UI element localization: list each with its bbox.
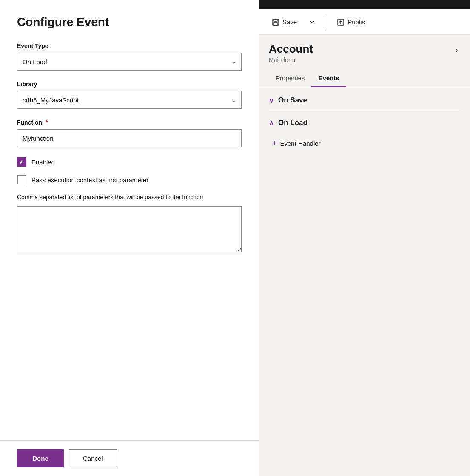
account-info: Account Main form bbox=[269, 42, 313, 63]
tabs-row: Properties Events bbox=[259, 70, 470, 87]
on-load-label: On Load bbox=[278, 119, 308, 127]
modal-footer: Done Cancel bbox=[0, 440, 259, 476]
enabled-checkbox[interactable] bbox=[17, 157, 26, 167]
publish-label: Publis bbox=[348, 18, 365, 26]
params-group: Comma separated list of parameters that … bbox=[17, 193, 242, 254]
events-content: ∨ On Save ∧ On Load + Event Handler bbox=[259, 88, 470, 154]
enabled-checkbox-row[interactable]: Enabled bbox=[17, 157, 242, 167]
account-header: Account Main form › bbox=[269, 42, 460, 63]
params-textarea[interactable] bbox=[17, 206, 242, 252]
event-type-select-wrapper: On Load On Save On Change ⌄ bbox=[17, 53, 242, 71]
tab-events[interactable]: Events bbox=[311, 70, 346, 87]
tab-properties-label: Properties bbox=[276, 74, 305, 82]
required-asterisk: * bbox=[46, 119, 48, 126]
params-description: Comma separated list of parameters that … bbox=[17, 193, 242, 202]
library-select-wrapper: crfb6_MyJavaScript ⌄ bbox=[17, 91, 242, 109]
done-button[interactable]: Done bbox=[17, 449, 64, 468]
save-button[interactable]: Save bbox=[267, 15, 301, 29]
function-label: Function * bbox=[17, 119, 242, 126]
library-group: Library crfb6_MyJavaScript ⌄ bbox=[17, 81, 242, 109]
svg-rect-1 bbox=[274, 19, 277, 21]
tab-events-label: Events bbox=[318, 74, 339, 82]
event-type-group: Event Type On Load On Save On Change ⌄ bbox=[17, 42, 242, 71]
event-type-label: Event Type bbox=[17, 42, 242, 49]
account-subtitle: Main form bbox=[269, 57, 313, 63]
function-input[interactable] bbox=[17, 129, 242, 147]
modal-panel: Configure Event Event Type On Load On Sa… bbox=[0, 0, 259, 476]
save-dropdown-button[interactable] bbox=[306, 16, 318, 28]
toolbar: Save Publis bbox=[259, 9, 470, 35]
account-section: Account Main form › bbox=[259, 35, 470, 63]
event-type-select[interactable]: On Load On Save On Change bbox=[17, 53, 242, 71]
on-save-section[interactable]: ∨ On Save bbox=[269, 88, 460, 111]
enabled-label: Enabled bbox=[31, 159, 55, 166]
function-group: Function * bbox=[17, 119, 242, 147]
save-icon bbox=[271, 18, 280, 26]
on-load-section[interactable]: ∧ On Load bbox=[269, 111, 460, 133]
svg-rect-2 bbox=[273, 23, 278, 25]
library-select[interactable]: crfb6_MyJavaScript bbox=[17, 91, 242, 109]
top-bar bbox=[259, 0, 470, 9]
publish-icon bbox=[336, 18, 345, 26]
save-label: Save bbox=[282, 18, 297, 26]
on-save-chevron-icon: ∨ bbox=[269, 96, 274, 105]
chevron-down-icon bbox=[309, 19, 316, 26]
account-expand-button[interactable]: › bbox=[454, 44, 460, 57]
pass-context-checkbox-row[interactable]: Pass execution context as first paramete… bbox=[17, 175, 242, 184]
toolbar-divider bbox=[325, 16, 325, 28]
pass-context-label: Pass execution context as first paramete… bbox=[31, 176, 148, 184]
plus-icon: + bbox=[272, 139, 277, 148]
modal-title: Configure Event bbox=[17, 15, 242, 29]
tab-properties[interactable]: Properties bbox=[269, 70, 311, 87]
account-title: Account bbox=[269, 42, 313, 56]
cancel-button[interactable]: Cancel bbox=[69, 449, 117, 468]
on-save-label: On Save bbox=[278, 96, 307, 105]
library-label: Library bbox=[17, 81, 242, 88]
on-load-chevron-icon: ∧ bbox=[269, 119, 274, 127]
event-handler-label: Event Handler bbox=[280, 140, 321, 147]
pass-context-checkbox[interactable] bbox=[17, 175, 26, 184]
publish-button[interactable]: Publis bbox=[332, 15, 369, 29]
event-handler-row[interactable]: + Event Handler bbox=[269, 133, 460, 154]
